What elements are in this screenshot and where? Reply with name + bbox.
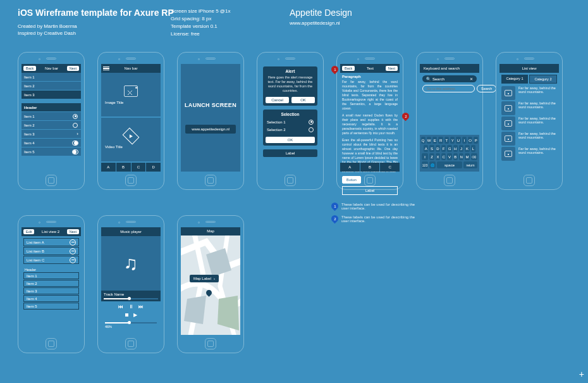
key[interactable]: Z xyxy=(429,153,434,160)
key-globe[interactable]: 🌐 xyxy=(429,161,436,168)
key[interactable]: Y xyxy=(450,137,455,144)
navbar-title: Nav bar xyxy=(109,66,152,70)
key-delete[interactable]: ⌫ xyxy=(471,153,477,160)
list-item[interactable]: Item 5 xyxy=(23,303,79,310)
key[interactable]: Q xyxy=(421,137,426,144)
selection-panel: Selection Selection 1 Selection 2 OK xyxy=(263,110,317,146)
stop-icon[interactable]: ⏹ xyxy=(125,312,130,318)
tab-category[interactable]: Category 1 xyxy=(501,75,528,84)
home-button-icon xyxy=(524,175,535,186)
address-input[interactable] xyxy=(422,85,475,92)
selection-option[interactable]: Selection 2 xyxy=(266,126,315,134)
delete-icon[interactable] xyxy=(70,248,76,254)
key-space[interactable]: space xyxy=(437,161,462,168)
list-item[interactable]: Item 3› xyxy=(21,130,81,138)
key[interactable]: V xyxy=(447,153,451,160)
back-button[interactable]: Back xyxy=(342,66,355,71)
segmented-control[interactable]: ABCD xyxy=(101,163,161,172)
key[interactable]: I xyxy=(462,137,467,144)
ok-button[interactable]: OK xyxy=(291,97,315,103)
list-item[interactable]: Item 2 xyxy=(21,82,81,90)
next-button[interactable]: Next xyxy=(386,66,398,71)
prev-icon[interactable]: ⏮ xyxy=(118,304,123,310)
list-item[interactable]: Item 4 xyxy=(23,295,79,302)
key[interactable]: J xyxy=(459,145,463,152)
key[interactable]: E xyxy=(432,137,437,144)
cancel-button[interactable]: Cancel xyxy=(266,97,289,103)
key[interactable]: N xyxy=(459,153,463,160)
list-item[interactable]: Item 1 xyxy=(23,272,79,279)
keyboard[interactable]: QWERTYUIOP ASDFGHJKL ⇧ZXCVBNM⌫ 123 🌐 spa… xyxy=(420,135,479,172)
list-item[interactable]: Item 3 xyxy=(23,287,79,294)
key-return[interactable]: return xyxy=(463,161,477,168)
key[interactable]: C xyxy=(441,153,446,160)
segmented-control[interactable]: ABC xyxy=(340,163,400,172)
key[interactable]: O xyxy=(468,137,472,144)
radio-on-icon[interactable] xyxy=(73,114,78,119)
wide-label: Label xyxy=(342,186,398,195)
toggle-off-icon[interactable] xyxy=(72,149,78,154)
key[interactable]: A xyxy=(424,145,428,152)
search-button[interactable]: Search xyxy=(477,85,496,92)
list-item[interactable]: Item 1 xyxy=(21,73,81,81)
search-pill[interactable]: 🔍 Search ✕ xyxy=(422,75,477,82)
tab-category[interactable]: Category 2 xyxy=(529,75,557,84)
clear-icon[interactable]: ✕ xyxy=(470,77,473,81)
radio-off-icon xyxy=(309,127,314,132)
hamburger-icon[interactable] xyxy=(103,66,109,71)
key[interactable]: T xyxy=(444,137,449,144)
key[interactable]: R xyxy=(438,137,443,144)
key-shift[interactable]: ⇧ xyxy=(422,153,428,160)
pause-icon[interactable]: ⏸ xyxy=(128,304,133,310)
list-item[interactable]: List item C xyxy=(23,256,79,264)
media-list-item[interactable]: Far far away, behind the word mountains. xyxy=(501,86,557,100)
home-button-icon xyxy=(46,175,57,186)
key[interactable]: P xyxy=(474,137,478,144)
key[interactable]: B xyxy=(453,153,458,160)
key[interactable]: S xyxy=(429,145,434,152)
ok-button[interactable]: OK xyxy=(266,137,315,143)
key[interactable]: L xyxy=(471,145,475,152)
note-marker-2: 2 xyxy=(331,215,338,224)
next-button[interactable]: Next xyxy=(67,229,79,234)
list-item[interactable]: Item 2 xyxy=(21,121,81,129)
key-123[interactable]: 123 xyxy=(422,161,428,168)
key[interactable]: G xyxy=(447,145,451,152)
media-list-item[interactable]: Far far away, behind the word mountains. xyxy=(501,147,557,161)
media-list-item[interactable]: Far far away, behind the word mountains. xyxy=(501,132,557,146)
delete-icon[interactable] xyxy=(70,257,76,263)
volume-bar[interactable] xyxy=(105,322,157,323)
next-button[interactable]: Next xyxy=(67,66,79,71)
key[interactable]: D xyxy=(436,145,440,152)
key[interactable]: M xyxy=(465,153,469,160)
play-icon[interactable]: ▶ xyxy=(133,312,137,318)
text-button[interactable]: Button xyxy=(342,176,361,184)
next-icon[interactable]: ⏭ xyxy=(138,304,144,310)
edit-button[interactable]: Edit xyxy=(23,229,34,234)
list-item[interactable]: Item 4 xyxy=(21,139,81,147)
home-button-icon xyxy=(285,175,296,186)
paragraph-text: Far far away, behind the word mountains,… xyxy=(342,80,398,111)
media-list-item[interactable]: Far far away, behind the word mountains. xyxy=(501,101,557,115)
progress-bar[interactable] xyxy=(104,298,158,299)
delete-icon[interactable] xyxy=(70,239,76,246)
key[interactable]: W xyxy=(427,137,431,144)
key[interactable]: F xyxy=(441,145,446,152)
list-item[interactable]: List item B xyxy=(23,247,79,255)
list-item[interactable]: Item 5 xyxy=(21,148,81,156)
key[interactable]: U xyxy=(456,137,460,144)
map-label-chip[interactable]: Map Label› xyxy=(190,275,219,282)
key[interactable]: X xyxy=(436,153,440,160)
map-view[interactable]: Map Label› xyxy=(181,235,240,335)
key[interactable]: K xyxy=(465,145,469,152)
media-list-item[interactable]: Far far away, behind the word mountains. xyxy=(501,116,557,130)
list-item[interactable]: Item 3 xyxy=(21,91,81,99)
selection-option[interactable]: Selection 1 xyxy=(266,118,315,126)
toggle-on-icon[interactable] xyxy=(72,141,78,146)
back-button[interactable]: Back xyxy=(23,66,36,71)
list-item[interactable]: List item A xyxy=(23,238,79,246)
list-item[interactable]: Item 1 xyxy=(21,112,81,120)
radio-off-icon[interactable] xyxy=(73,123,78,128)
key[interactable]: H xyxy=(453,145,458,152)
list-item[interactable]: Item 2 xyxy=(23,280,79,287)
